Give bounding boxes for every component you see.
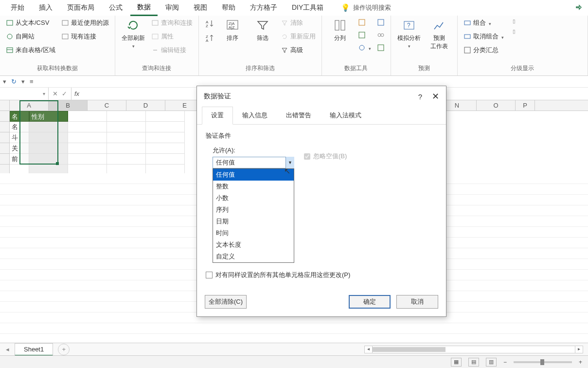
undo-dropdown-icon[interactable]: ▾ bbox=[3, 78, 6, 85]
col-header[interactable]: D bbox=[126, 100, 165, 110]
scroll-right-icon[interactable]: ▸ bbox=[575, 346, 583, 353]
col-header[interactable]: P bbox=[516, 100, 535, 110]
btn-filter[interactable]: 筛选 bbox=[249, 18, 276, 42]
btn-existing-connections[interactable]: 现有连接 bbox=[60, 31, 110, 42]
cell[interactable]: 关 bbox=[10, 143, 29, 154]
tab-ime-mode[interactable]: 输入法模式 bbox=[321, 107, 371, 124]
tab-data[interactable]: 数据 bbox=[130, 0, 158, 16]
tab-diy[interactable]: DIY工具箱 bbox=[285, 0, 330, 15]
btn-sort-desc[interactable]: ZA bbox=[204, 32, 215, 44]
sheet-tab[interactable]: Sheet1 bbox=[15, 343, 53, 356]
clear-all-button[interactable]: 全部清除(C) bbox=[205, 295, 247, 309]
select-all-corner[interactable] bbox=[0, 100, 10, 110]
zoom-slider[interactable] bbox=[514, 361, 572, 363]
btn-from-text-csv[interactable]: 从文本/CSV bbox=[5, 18, 56, 28]
col-header[interactable]: C bbox=[88, 100, 126, 110]
view-normal-icon[interactable]: ▦ bbox=[451, 358, 462, 367]
cell[interactable]: 性别 bbox=[29, 111, 68, 122]
tab-insert[interactable]: 插入 bbox=[32, 0, 59, 15]
view-page-layout-icon[interactable]: ▤ bbox=[468, 358, 479, 367]
ok-button[interactable]: 确定 bbox=[349, 295, 391, 309]
btn-advanced-filter[interactable]: 高级 bbox=[280, 45, 317, 55]
cell[interactable]: 斗 bbox=[10, 132, 29, 143]
btn-recent-sources[interactable]: 最近使用的源 bbox=[60, 18, 110, 28]
allow-option[interactable]: 日期 bbox=[213, 216, 294, 227]
tab-fangfang[interactable]: 方方格子 bbox=[243, 0, 284, 15]
btn-forecast-sheet[interactable]: 预测 工作表 bbox=[426, 18, 452, 51]
tab-error-alert[interactable]: 出错警告 bbox=[277, 107, 321, 124]
scroll-left-icon[interactable]: ◂ bbox=[365, 346, 373, 353]
allow-option[interactable]: 整数 bbox=[213, 181, 294, 192]
col-header[interactable]: B bbox=[49, 100, 88, 110]
svg-rect-26 bbox=[464, 21, 470, 25]
allow-option[interactable]: 小数 bbox=[213, 192, 294, 204]
cancel-formula-icon[interactable]: ✕ bbox=[53, 90, 58, 97]
btn-sort-asc[interactable]: AZ bbox=[204, 18, 215, 29]
allow-option[interactable]: 任何值 bbox=[213, 169, 294, 181]
btn-hide-detail[interactable]: ▯ bbox=[512, 28, 517, 35]
horizontal-scrollbar[interactable]: ◂ ▸ bbox=[364, 346, 583, 353]
dialog-title: 数据验证 bbox=[204, 92, 418, 101]
checkbox-icon[interactable] bbox=[206, 272, 213, 278]
cell[interactable] bbox=[29, 143, 68, 154]
add-sheet-button[interactable]: + bbox=[58, 344, 70, 355]
cell[interactable] bbox=[29, 132, 68, 143]
btn-whatif[interactable]: ? 模拟分析 bbox=[396, 18, 422, 49]
btn-data-validation[interactable] bbox=[357, 43, 372, 53]
apply-to-all-checkbox[interactable]: 对有同样设置的所有其他单元格应用这些更改(P) bbox=[206, 271, 437, 279]
redo-icon[interactable]: ↻ bbox=[11, 78, 17, 85]
view-page-break-icon[interactable]: ▥ bbox=[486, 358, 497, 367]
tab-home[interactable]: 开始 bbox=[4, 0, 31, 15]
tab-help[interactable]: 帮助 bbox=[215, 0, 242, 15]
zoom-in-icon[interactable]: + bbox=[579, 359, 582, 366]
cell[interactable]: 前 bbox=[10, 154, 29, 165]
col-header[interactable]: O bbox=[477, 100, 516, 110]
col-header[interactable]: A bbox=[10, 100, 49, 110]
enter-formula-icon[interactable]: ✓ bbox=[62, 90, 67, 97]
close-icon[interactable]: ✕ bbox=[432, 91, 439, 102]
btn-subtotal[interactable]: 分类汇总 bbox=[463, 45, 505, 55]
btn-text-to-columns[interactable]: 分列 bbox=[327, 18, 353, 42]
allow-option[interactable]: 序列 bbox=[213, 204, 294, 216]
btn-data-model[interactable] bbox=[376, 43, 386, 53]
cell[interactable]: 名 bbox=[10, 122, 29, 132]
btn-show-detail[interactable]: ▯ bbox=[512, 18, 517, 25]
cell[interactable] bbox=[29, 122, 68, 132]
btn-refresh-all[interactable]: 全部刷新 bbox=[120, 18, 146, 49]
data-validation-dialog: 数据验证 ? ✕ 设置 输入信息 出错警告 输入法模式 验证条件 允许(A): … bbox=[196, 86, 446, 317]
svg-text:?: ? bbox=[407, 22, 410, 29]
tab-view[interactable]: 视图 bbox=[187, 0, 214, 15]
cell[interactable]: 名 bbox=[10, 111, 29, 122]
scrollbar-thumb[interactable] bbox=[373, 347, 445, 352]
fx-icon[interactable]: fx bbox=[71, 90, 82, 97]
btn-consolidate[interactable] bbox=[376, 18, 386, 27]
btn-group[interactable]: 组合 bbox=[463, 18, 505, 28]
btn-sort[interactable]: Z|AA|Z 排序 bbox=[219, 18, 246, 42]
sheet-nav-prev[interactable]: ◂ bbox=[0, 346, 15, 353]
qat-more-icon[interactable]: ▾ bbox=[21, 78, 25, 85]
btn-queries-connections[interactable]: 查询和连接 bbox=[150, 18, 194, 28]
help-icon[interactable]: ? bbox=[418, 92, 422, 101]
tab-formulas[interactable]: 公式 bbox=[102, 0, 129, 15]
zoom-out-icon[interactable]: − bbox=[503, 359, 507, 366]
tab-input-message[interactable]: 输入信息 bbox=[233, 107, 277, 124]
allow-option[interactable]: 自定义 bbox=[213, 251, 294, 262]
tab-settings[interactable]: 设置 bbox=[202, 107, 233, 125]
btn-ungroup[interactable]: 取消组合 bbox=[463, 31, 505, 42]
allow-combobox[interactable]: 任何值 ▼ 任何值 整数 小数 序列 日期 时间 文本长度 自定义 bbox=[213, 157, 294, 168]
allow-option[interactable]: 时间 bbox=[213, 227, 294, 239]
btn-remove-duplicates[interactable] bbox=[357, 30, 372, 40]
chevron-down-icon[interactable]: ▼ bbox=[285, 157, 294, 168]
btn-from-table-range[interactable]: 来自表格/区域 bbox=[5, 45, 56, 55]
cancel-button[interactable]: 取消 bbox=[396, 295, 438, 309]
tell-me-search[interactable]: 💡 操作说明搜索 bbox=[341, 3, 391, 12]
btn-relationships[interactable] bbox=[376, 30, 386, 40]
btn-from-web[interactable]: 自网站 bbox=[5, 31, 56, 42]
share-icon[interactable] bbox=[571, 2, 585, 14]
tab-page-layout[interactable]: 页面布局 bbox=[60, 0, 101, 15]
tab-review[interactable]: 审阅 bbox=[159, 0, 186, 15]
name-box[interactable] bbox=[0, 88, 49, 100]
allow-option[interactable]: 文本长度 bbox=[213, 239, 294, 251]
cell[interactable] bbox=[29, 154, 68, 165]
btn-flash-fill[interactable] bbox=[357, 18, 372, 27]
